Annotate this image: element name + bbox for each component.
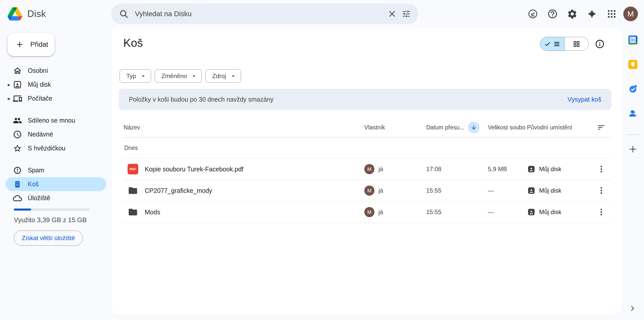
storage-used-label: Využito 3,39 GB z 15 GB xyxy=(14,216,112,224)
column-header-size[interactable]: Velikost souboru xyxy=(488,124,527,131)
row-menu-button[interactable] xyxy=(594,184,608,198)
trash-icon xyxy=(13,179,22,189)
close-icon xyxy=(388,9,397,18)
grid-view-icon xyxy=(573,40,580,48)
file-list: PDF Kopie souboru Turek-Facebook.pdf M j… xyxy=(124,158,611,223)
calendar-app-button[interactable]: 31 xyxy=(628,35,638,45)
owner-avatar: M xyxy=(364,186,374,196)
gemini-button[interactable] xyxy=(584,6,600,22)
column-header-location[interactable]: Původní umístění xyxy=(527,124,591,131)
group-label-today: Dnes xyxy=(124,138,622,158)
sort-options-button[interactable] xyxy=(591,123,611,132)
offline-status-button[interactable] xyxy=(525,6,541,22)
get-more-storage-button[interactable]: Získat větší úložiště xyxy=(14,231,83,246)
chevron-down-icon xyxy=(230,73,237,80)
search-input[interactable] xyxy=(134,10,385,18)
info-icon xyxy=(595,39,605,49)
sidebar-item-spam[interactable]: Spam xyxy=(6,163,106,177)
column-header-name[interactable]: Název xyxy=(124,124,364,131)
file-name: Kopie souboru Turek-Facebook.pdf xyxy=(145,166,244,173)
sidebar-item-computers[interactable]: ▸ Počítače xyxy=(6,92,106,105)
owner-label: já xyxy=(378,209,383,216)
owner-avatar: M xyxy=(364,164,374,174)
tasks-app-button[interactable] xyxy=(628,84,638,94)
file-size: — xyxy=(488,209,527,216)
storage-progressbar xyxy=(14,209,90,211)
list-view-button[interactable] xyxy=(540,37,564,51)
plus-icon xyxy=(15,40,24,49)
sidebar-item-trash[interactable]: Koš xyxy=(6,177,106,191)
cloud-icon xyxy=(13,193,22,203)
apps-grid-icon xyxy=(607,9,617,19)
help-icon xyxy=(547,9,558,19)
offline-check-icon xyxy=(528,9,538,19)
keep-app-button[interactable] xyxy=(628,59,638,70)
table-header: Název Vlastník Datum přesu... Velikost s… xyxy=(124,118,611,138)
location-label: Můj disk xyxy=(539,209,561,216)
grid-view-button[interactable] xyxy=(564,37,588,51)
show-side-panel-button[interactable] xyxy=(627,303,638,314)
get-addons-button[interactable] xyxy=(628,144,638,154)
trashed-date: 15:55 xyxy=(426,187,488,194)
details-button[interactable] xyxy=(594,38,605,50)
shared-people-icon xyxy=(13,116,22,125)
owner-avatar: M xyxy=(364,207,374,217)
help-button[interactable] xyxy=(544,6,561,22)
empty-trash-button[interactable]: Vysypat koš xyxy=(567,96,601,103)
file-name: CP2077_graficke_mody xyxy=(145,187,212,194)
my-drive-location-icon xyxy=(527,165,536,173)
location-label: Můj disk xyxy=(539,166,561,173)
pdf-file-icon: PDF xyxy=(128,164,138,174)
expand-arrow-icon[interactable]: ▸ xyxy=(6,96,13,102)
row-menu-button[interactable] xyxy=(594,162,608,176)
sort-direction-button[interactable] xyxy=(468,122,480,133)
list-view-icon xyxy=(553,40,561,48)
storage-section: Využito 3,39 GB z 15 GB Získat větší úlo… xyxy=(0,209,112,246)
sidebar-item-shared-with-me[interactable]: Sdíleno se mnou xyxy=(6,113,106,127)
sidebar-item-my-drive[interactable]: ▸ Můj disk xyxy=(6,78,106,92)
view-toggle xyxy=(540,37,589,51)
sidebar-item-recent[interactable]: Nedávné xyxy=(6,127,106,141)
google-apps-button[interactable] xyxy=(604,6,620,22)
file-name: Mods xyxy=(145,209,160,216)
trash-banner-text: Položky v koši budou po 30 dnech navždy … xyxy=(129,96,274,103)
filter-chip-modified[interactable]: Změněno xyxy=(155,69,202,83)
filter-chip-source[interactable]: Zdroj xyxy=(205,69,241,83)
my-drive-icon xyxy=(13,80,22,89)
column-header-date[interactable]: Datum přesu... xyxy=(426,122,488,133)
app-title: Disk xyxy=(27,9,46,19)
more-vertical-icon xyxy=(597,208,606,216)
search-icon xyxy=(119,9,129,19)
computers-icon xyxy=(13,94,22,103)
settings-button[interactable] xyxy=(564,6,580,22)
arrow-down-icon xyxy=(470,124,477,131)
contacts-app-button[interactable] xyxy=(628,108,638,119)
account-avatar[interactable]: M xyxy=(623,7,638,21)
new-button[interactable]: Přidat xyxy=(8,33,55,56)
calendar-day-label: 31 xyxy=(631,38,635,42)
sidebar-item-home[interactable]: Osobní xyxy=(6,64,106,78)
sidebar-item-storage[interactable]: Úložiště xyxy=(6,191,106,205)
filter-chips: Typ Změněno Zdroj xyxy=(120,69,622,83)
chevron-right-icon xyxy=(628,304,637,313)
more-vertical-icon xyxy=(597,165,606,173)
table-row[interactable]: PDF Kopie souboru Turek-Facebook.pdf M j… xyxy=(124,158,611,180)
drive-logo-home[interactable]: Disk xyxy=(8,0,46,28)
advanced-search-button[interactable] xyxy=(399,7,413,21)
table-row[interactable]: CP2077_graficke_mody M já 15:55 — Můj di… xyxy=(124,180,611,201)
file-size: — xyxy=(488,187,527,194)
trashed-date: 15:55 xyxy=(426,209,488,216)
clear-search-button[interactable] xyxy=(385,7,399,21)
search-bar[interactable] xyxy=(111,4,418,24)
sidebar-item-starred[interactable]: S hvězdičkou xyxy=(6,141,106,155)
location-label: Můj disk xyxy=(539,187,561,194)
table-row[interactable]: Mods M já 15:55 — Můj disk xyxy=(124,201,611,223)
expand-arrow-icon[interactable]: ▸ xyxy=(6,82,13,88)
folder-icon xyxy=(128,207,138,217)
sidebar: Přidat Osobní ▸ Můj disk ▸ xyxy=(0,28,112,320)
filter-chip-type[interactable]: Typ xyxy=(120,69,151,83)
owner-label: já xyxy=(378,187,383,194)
column-header-owner[interactable]: Vlastník xyxy=(364,124,426,131)
row-menu-button[interactable] xyxy=(594,205,608,219)
content-header: Koš xyxy=(112,28,622,60)
